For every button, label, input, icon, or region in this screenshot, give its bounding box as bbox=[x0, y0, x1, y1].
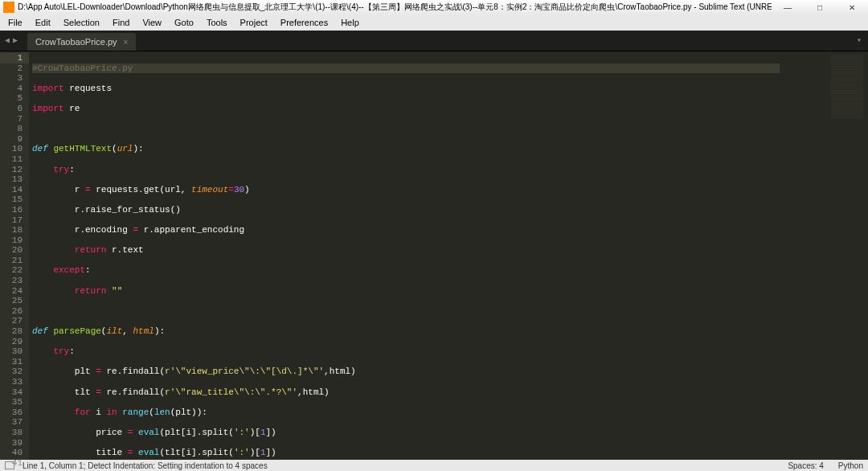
statusbar: Line 1, Column 1; Detect Indentation: Se… bbox=[0, 460, 868, 471]
status-indent[interactable]: Spaces: 4 bbox=[788, 461, 823, 470]
menu-edit[interactable]: Edit bbox=[29, 18, 57, 27]
menu-preferences[interactable]: Preferences bbox=[274, 18, 334, 27]
menu-goto[interactable]: Goto bbox=[168, 18, 200, 27]
nav-back-icon[interactable]: ◀ bbox=[5, 35, 10, 45]
minimap-preview bbox=[831, 55, 863, 119]
editor[interactable]: 1234567891011121314151617181920212223242… bbox=[0, 51, 868, 460]
titlebar: D:\App Auto\LEL-Downloader\Download\Pyth… bbox=[0, 0, 868, 14]
line-gutter: 1234567891011121314151617181920212223242… bbox=[0, 51, 29, 460]
status-left-text: Line 1, Column 1; Detect Indentation: Se… bbox=[23, 461, 268, 470]
tab-bar: ◀ ▶ CrowTaobaoPrice.py × ▾ bbox=[0, 31, 868, 51]
menu-find[interactable]: Find bbox=[106, 18, 136, 27]
tab-file[interactable]: CrowTaobaoPrice.py × bbox=[27, 33, 136, 51]
app-icon bbox=[3, 2, 14, 13]
window-title: D:\App Auto\LEL-Downloader\Download\Pyth… bbox=[18, 2, 772, 13]
menubar: File Edit Selection Find View Goto Tools… bbox=[0, 14, 868, 31]
code-area[interactable]: #CrowTaobaoPrice.py import requests impo… bbox=[29, 51, 780, 460]
menu-file[interactable]: File bbox=[2, 18, 29, 27]
minimize-button[interactable]: — bbox=[772, 0, 804, 14]
menu-tools[interactable]: Tools bbox=[200, 18, 234, 27]
menu-view[interactable]: View bbox=[136, 18, 168, 27]
maximize-button[interactable]: □ bbox=[804, 0, 836, 14]
menu-selection[interactable]: Selection bbox=[57, 18, 106, 27]
tab-overflow-icon[interactable]: ▾ bbox=[857, 35, 862, 45]
code-comment: #CrowTaobaoPrice.py bbox=[32, 63, 133, 73]
minimap[interactable] bbox=[780, 51, 868, 460]
close-button[interactable]: ✕ bbox=[836, 0, 868, 14]
tab-label: CrowTaobaoPrice.py bbox=[35, 37, 117, 47]
menu-help[interactable]: Help bbox=[334, 18, 366, 27]
menu-project[interactable]: Project bbox=[234, 18, 274, 27]
status-language[interactable]: Python bbox=[838, 461, 863, 470]
tab-close-icon[interactable]: × bbox=[124, 38, 129, 47]
nav-forward-icon[interactable]: ▶ bbox=[13, 35, 18, 45]
